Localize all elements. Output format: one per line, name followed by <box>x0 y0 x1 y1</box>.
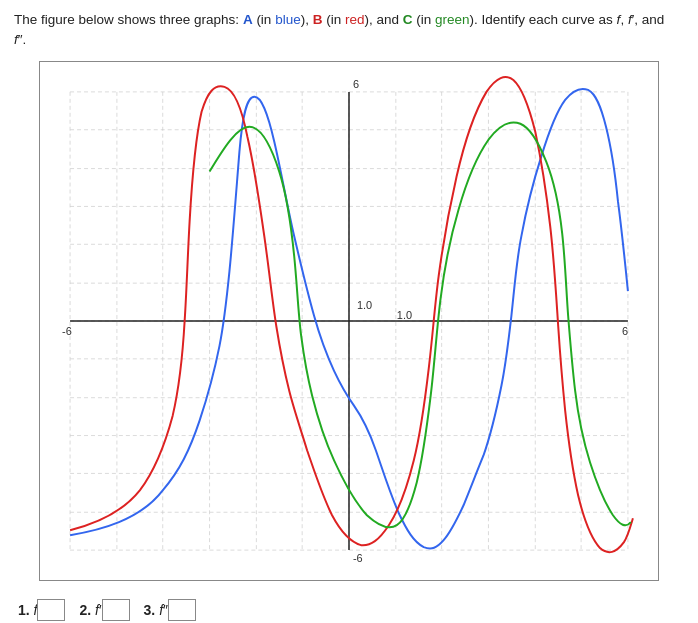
graph-area: .grid { stroke: #ccc; stroke-width: 0.7;… <box>39 61 659 581</box>
curve-a-label: A <box>243 12 253 27</box>
axis-label-top: 6 <box>353 77 359 89</box>
description-text: The figure below shows three graphs: A (… <box>14 10 684 51</box>
footer-item-1: 1. f <box>18 599 65 621</box>
answer-input-2[interactable] <box>102 599 130 621</box>
footer-item-2: 2. f′ <box>79 599 129 621</box>
footer-answers: 1. f 2. f′ 3. f″ <box>14 595 684 621</box>
curve-b-label: B <box>313 12 323 27</box>
answer-input-3[interactable] <box>168 599 196 621</box>
axis-label-x1: 1.0 <box>397 309 412 321</box>
axis-label-y1: 1.0 <box>357 299 372 311</box>
footer-item-3: 3. f″ <box>144 599 196 621</box>
answer-input-1[interactable] <box>37 599 65 621</box>
footer-label-2: 2. f′ <box>79 602 101 618</box>
axis-label-left: -6 <box>62 324 72 336</box>
footer-label-1: 1. f <box>18 602 37 618</box>
footer-label-3: 3. f″ <box>144 602 168 618</box>
axis-label-right: 6 <box>622 324 628 336</box>
axis-label-bottom: -6 <box>353 552 363 564</box>
